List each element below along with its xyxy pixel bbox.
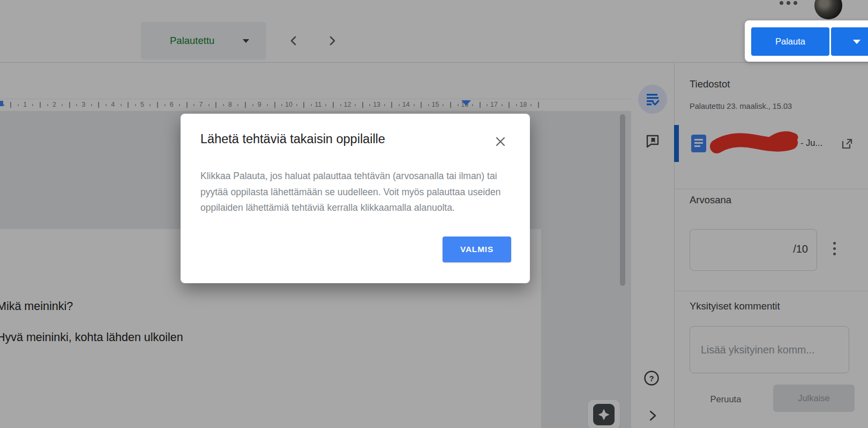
return-dropdown-button[interactable] bbox=[831, 27, 868, 56]
confirm-button[interactable]: VALMIS bbox=[443, 237, 511, 262]
close-icon[interactable] bbox=[493, 134, 508, 149]
return-button[interactable]: Palauta bbox=[751, 27, 829, 56]
chevron-down-icon bbox=[853, 40, 860, 44]
classroom-grading-window: Palautettu A 100% bbox=[0, 0, 868, 428]
dialog-title: Lähetä tehtäviä takaisin oppilaille bbox=[200, 132, 385, 146]
return-button-highlight: Palauta bbox=[745, 20, 868, 62]
return-info-dialog: Lähetä tehtäviä takaisin oppilaille Klik… bbox=[181, 114, 530, 283]
dialog-body: Klikkaa Palauta, jos haluat palauttaa te… bbox=[200, 168, 512, 216]
